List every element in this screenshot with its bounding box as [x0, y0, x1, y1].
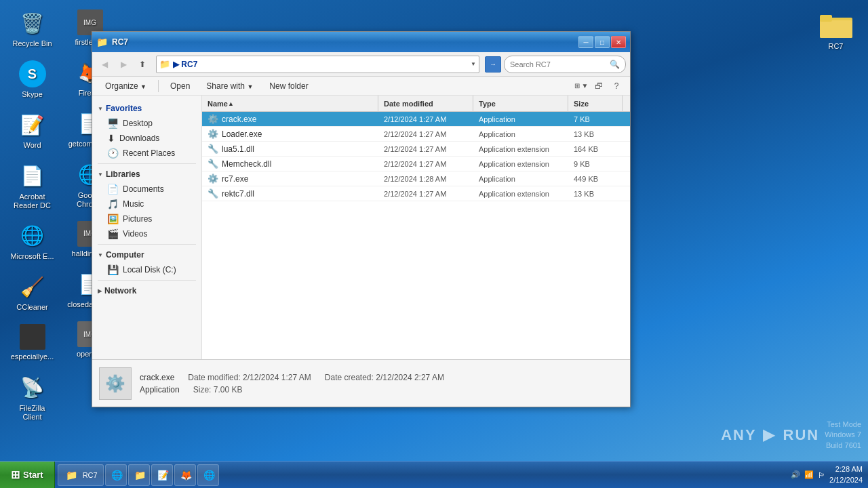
main-content: ▼ Favorites 🖥️ Desktop ⬇ Downloads 🕐 Rec…: [92, 96, 630, 359]
filezilla-icon: 📡: [19, 374, 46, 401]
especially-label: especiallye...: [11, 352, 54, 361]
sidebar-item-recent-places[interactable]: 🕐 Recent Places: [92, 146, 201, 161]
column-header-size[interactable]: Size: [568, 96, 623, 111]
status-type: Application: [140, 385, 180, 394]
desktop-icon-especially[interactable]: especiallye...: [7, 321, 58, 364]
close-button[interactable]: ✕: [611, 36, 626, 48]
organize-menu[interactable]: Organize ▼: [98, 79, 154, 94]
clock-date: 2/12/2024: [829, 475, 863, 485]
minimize-button[interactable]: ─: [578, 36, 593, 48]
search-input[interactable]: [510, 60, 607, 68]
rc7-folder-icon: [820, 9, 852, 42]
file-size-cell: 13 KB: [568, 130, 623, 138]
file-icon: ⚙️: [208, 129, 218, 139]
sidebar-item-pictures[interactable]: 🖼️ Pictures: [92, 211, 201, 226]
file-row[interactable]: ⚙️ Loader.exe 2/12/2024 1:27 AM Applicat…: [202, 127, 630, 142]
share-with-menu[interactable]: Share with ▼: [199, 79, 260, 94]
taskbar-item-explorer[interactable]: 📁 RC7: [58, 464, 104, 486]
new-folder-button[interactable]: New folder: [262, 79, 315, 94]
address-dropdown-arrow[interactable]: ▼: [471, 61, 476, 67]
file-date-cell: 2/12/2024 1:27 AM: [378, 115, 473, 123]
desktop-icon-filezilla[interactable]: 📡 FileZilla Client: [7, 371, 58, 424]
acrobat-icon: 📄: [19, 163, 46, 190]
open-menu-item[interactable]: Open: [163, 79, 197, 94]
desktop-icon-skype[interactable]: S Skype: [7, 58, 58, 102]
taskbar-tray: 🔊 📶 🏳 2:28 AM 2/12/2024: [785, 464, 868, 485]
sidebar-item-desktop[interactable]: 🖥️ Desktop: [92, 116, 201, 131]
desktop-icon-word[interactable]: 📝 Word: [7, 108, 58, 152]
taskbar-item-notepad[interactable]: 📝: [151, 464, 173, 486]
tray-volume-icon[interactable]: 🔊: [791, 470, 800, 479]
taskbar-item-folder[interactable]: 📁: [128, 464, 150, 486]
ccleaner-icon: 🧹: [19, 273, 46, 300]
sidebar-item-downloads[interactable]: ⬇ Downloads: [92, 131, 201, 146]
status-info: crack.exe Date modified: 2/12/2024 1:27 …: [140, 373, 444, 394]
back-button[interactable]: ◀: [96, 56, 113, 73]
address-go-button[interactable]: →: [485, 56, 501, 73]
desktop-icon-acrobat[interactable]: 📄 Acrobat Reader DC: [7, 160, 58, 213]
svg-rect-2: [820, 15, 832, 22]
skype-icon: S: [19, 60, 46, 87]
taskbar-folder-icon: 📁: [134, 467, 146, 483]
status-filename: crack.exe: [140, 373, 174, 382]
desktop-nav-icon: 🖥️: [107, 118, 119, 129]
tray-network-icon[interactable]: 📶: [804, 470, 814, 479]
msedge-icon: 🌐: [19, 222, 46, 249]
windows-orb-icon: ⊞: [11, 468, 20, 481]
up-button[interactable]: ⬆: [134, 56, 151, 73]
sidebar-item-videos[interactable]: 🎬 Videos: [92, 226, 201, 241]
taskbar-item-ie2[interactable]: 🌐: [197, 464, 219, 486]
desktop-icon-recycle-bin[interactable]: 🗑️ Recycle Bin: [7, 7, 58, 51]
column-header-date[interactable]: Date modified: [378, 96, 473, 111]
file-rows-container: ⚙️ crack.exe 2/12/2024 1:27 AM Applicati…: [202, 112, 630, 201]
status-info-row-2: Application Size: 7.00 KB: [140, 385, 444, 394]
tray-action-icon[interactable]: 🏳: [818, 471, 825, 479]
computer-section[interactable]: ▼ Computer: [92, 247, 201, 262]
explorer-window: 📁 RC7 ─ □ ✕ ◀ ▶ ⬆ 📁 ▶ RC7 ▼ →: [92, 31, 631, 407]
local-disk-nav-icon: 💾: [107, 264, 119, 275]
file-row[interactable]: 🔧 lua5.1.dll 2/12/2024 1:27 AM Applicati…: [202, 142, 630, 157]
file-name-cell: ⚙️ crack.exe: [202, 114, 378, 124]
sidebar-divider-1: [98, 163, 196, 164]
filezilla-label: FileZilla Client: [9, 404, 55, 422]
file-name-cell: ⚙️ rc7.exe: [202, 174, 378, 184]
column-header-type[interactable]: Type: [473, 96, 568, 111]
file-row[interactable]: ⚙️ crack.exe 2/12/2024 1:27 AM Applicati…: [202, 112, 630, 127]
title-bar: 📁 RC7 ─ □ ✕: [92, 32, 630, 52]
sidebar-desktop-label: Desktop: [123, 119, 153, 128]
computer-label: Computer: [106, 250, 144, 260]
desktop-icon-rc7[interactable]: RC7: [810, 7, 861, 53]
file-name-text: lua5.1.dll: [222, 144, 254, 154]
sidebar-item-documents[interactable]: 📄 Documents: [92, 182, 201, 197]
address-bar[interactable]: 📁 ▶ RC7 ▼: [156, 56, 479, 73]
file-row[interactable]: 🔧 rektc7.dll 2/12/2024 1:27 AM Applicati…: [202, 186, 630, 201]
file-row[interactable]: 🔧 Memcheck.dll 2/12/2024 1:27 AM Applica…: [202, 157, 630, 171]
music-nav-icon: 🎵: [107, 199, 119, 209]
maximize-button[interactable]: □: [595, 36, 610, 48]
anyrun-text: ANY ▶ RUN: [721, 426, 819, 444]
libraries-section[interactable]: ▼ Libraries: [92, 167, 201, 182]
favorites-section[interactable]: ▼ Favorites: [92, 101, 201, 116]
view-toggle-button[interactable]: ⊞ ▼: [573, 78, 589, 94]
start-button[interactable]: ⊞ Start: [0, 462, 55, 489]
taskbar-item-ie[interactable]: 🌐: [105, 464, 127, 486]
desktop-icon-msedge[interactable]: 🌐 Microsoft E...: [7, 220, 58, 264]
forward-button[interactable]: ▶: [115, 56, 132, 73]
help-button[interactable]: ?: [608, 78, 625, 94]
search-icon[interactable]: 🔍: [610, 60, 620, 69]
skype-label: Skype: [22, 90, 43, 99]
desktop-icon-ccleaner[interactable]: 🧹 CCleaner: [7, 270, 58, 314]
taskbar-clock[interactable]: 2:28 AM 2/12/2024: [829, 464, 863, 485]
network-section[interactable]: ▶ Network: [92, 283, 201, 298]
preview-pane-button[interactable]: 🗗: [591, 78, 607, 94]
file-row[interactable]: ⚙️ rc7.exe 2/12/2024 1:28 AM Application…: [202, 171, 630, 186]
file-type-cell: Application extension: [473, 145, 568, 153]
sidebar-divider-3: [98, 280, 196, 281]
sidebar-item-music[interactable]: 🎵 Music: [92, 197, 201, 211]
taskbar-item-firefox[interactable]: 🦊: [174, 464, 196, 486]
column-header-name[interactable]: Name ▲: [202, 96, 378, 111]
sidebar-item-local-disk[interactable]: 💾 Local Disk (C:): [92, 262, 201, 277]
sidebar-downloads-label: Downloads: [119, 134, 159, 143]
search-bar[interactable]: 🔍: [504, 56, 626, 73]
file-date-cell: 2/12/2024 1:27 AM: [378, 130, 473, 138]
